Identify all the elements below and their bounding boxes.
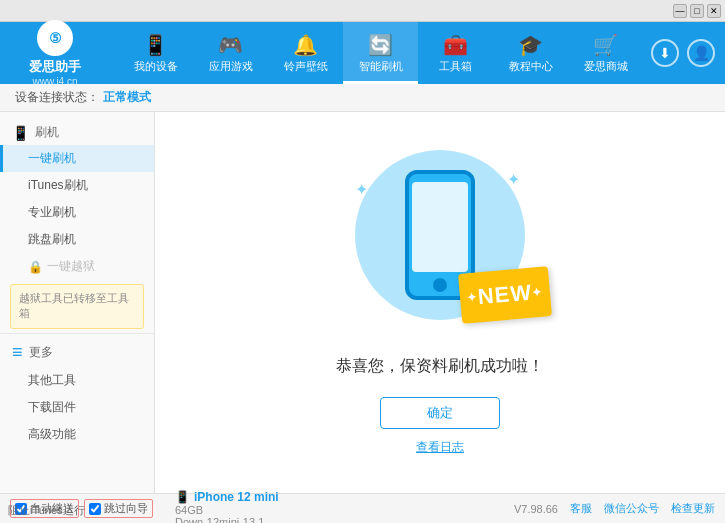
ringtones-icon: 🔔 [293, 33, 318, 57]
sparkle-icon-1: ✦ [355, 180, 368, 199]
app-url: www.i4.cn [32, 76, 77, 87]
jailbreak-label: 一键越狱 [47, 258, 95, 275]
status-value: 正常模式 [103, 89, 151, 106]
app-name: 爱思助手 [29, 58, 81, 76]
sidebar-item-advanced[interactable]: 高级功能 [0, 421, 154, 448]
confirm-button[interactable]: 确定 [380, 397, 500, 429]
more-icon: ≡ [12, 342, 23, 363]
nav-my-device-label: 我的设备 [134, 59, 178, 74]
minimize-button[interactable]: — [673, 4, 687, 18]
sidebar-section-more: ≡ 更多 其他工具 下载固件 高级功能 [0, 338, 154, 448]
version-label: V7.98.66 [514, 503, 558, 515]
pro-flash-label: 专业刷机 [28, 205, 76, 219]
logo-area: ⑤ 爱思助手 www.i4.cn [0, 20, 110, 87]
download-firmware-label: 下载固件 [28, 400, 76, 414]
sidebar-item-jailbreak: 🔒 一键越狱 [0, 253, 154, 280]
sidebar-divider [0, 333, 154, 334]
download-button[interactable]: ⬇ [651, 39, 679, 67]
customer-service-link[interactable]: 客服 [570, 501, 592, 516]
one-key-flash-label: 一键刷机 [28, 151, 76, 165]
sidebar-item-one-key-flash[interactable]: 一键刷机 [0, 145, 154, 172]
nav-toolbox-label: 工具箱 [439, 59, 472, 74]
skip-wizard-checkbox-container[interactable]: 跳过向导 [84, 499, 153, 518]
sparkle-icon-2: ✦ [507, 170, 520, 189]
phone-screen [412, 182, 468, 272]
check-update-link[interactable]: 检查更新 [671, 501, 715, 516]
my-device-icon: 📱 [143, 33, 168, 57]
sidebar-header-flash: 📱 刷机 [0, 120, 154, 145]
device-phone-icon: 📱 [175, 490, 190, 504]
nav-toolbox[interactable]: 🧰 工具箱 [418, 22, 493, 84]
nav-shop-label: 爱思商城 [584, 59, 628, 74]
device-storage: 64GB [175, 504, 514, 516]
skip-wizard-checkbox[interactable] [89, 503, 101, 515]
sidebar-more-label: 更多 [29, 344, 53, 361]
status-bar: 设备连接状态： 正常模式 [0, 84, 725, 112]
nav-ringtones-label: 铃声壁纸 [284, 59, 328, 74]
smart-flash-icon: 🔄 [368, 33, 393, 57]
other-tools-label: 其他工具 [28, 373, 76, 387]
advanced-label: 高级功能 [28, 427, 76, 441]
skip-wizard-label: 跳过向导 [104, 501, 148, 516]
nav-items: 📱 我的设备 🎮 应用游戏 🔔 铃声壁纸 🔄 智能刷机 🧰 工具箱 🎓 教程中心… [110, 22, 651, 84]
success-visual: ✦ ✦ ✦ NEW [340, 150, 540, 340]
itunes-flash-label: iTunes刷机 [28, 178, 88, 192]
nav-my-device[interactable]: 📱 我的设备 [118, 22, 193, 84]
device-info: 📱 iPhone 12 mini 64GB Down-12mini-13,1 [165, 490, 514, 524]
nav-apps-games[interactable]: 🎮 应用游戏 [193, 22, 268, 84]
nav-ringtones[interactable]: 🔔 铃声壁纸 [268, 22, 343, 84]
nav-smart-flash-label: 智能刷机 [359, 59, 403, 74]
skip-flash-label: 跳盘刷机 [28, 232, 76, 246]
jailbreak-notice: 越狱工具已转移至工具箱 [10, 284, 144, 329]
main-layout: 📱 刷机 一键刷机 iTunes刷机 专业刷机 跳盘刷机 🔒 一键越狱 越狱工具… [0, 112, 725, 493]
sidebar-header-more: ≡ 更多 [0, 338, 154, 367]
jailbreak-notice-text: 越狱工具已转移至工具箱 [19, 292, 129, 319]
logo-icon: ⑤ [37, 20, 73, 56]
bottom-bar: 自动继送 跳过向导 📱 iPhone 12 mini 64GB Down-12m… [0, 493, 725, 523]
tutorial-icon: 🎓 [518, 33, 543, 57]
nav-tutorial-label: 教程中心 [509, 59, 553, 74]
apps-games-icon: 🎮 [218, 33, 243, 57]
status-label: 设备连接状态： [15, 89, 99, 106]
header: ⑤ 爱思助手 www.i4.cn 📱 我的设备 🎮 应用游戏 🔔 铃声壁纸 🔄 … [0, 22, 725, 84]
nav-shop[interactable]: 🛒 爱思商城 [568, 22, 643, 84]
phone-home-button [433, 278, 447, 292]
maximize-button[interactable]: □ [690, 4, 704, 18]
nav-tutorial[interactable]: 🎓 教程中心 [493, 22, 568, 84]
lock-icon: 🔒 [28, 260, 43, 274]
itunes-status: 阻止iTunes运行 [8, 503, 85, 518]
sidebar-item-download-firmware[interactable]: 下载固件 [0, 394, 154, 421]
content-area: ✦ ✦ ✦ NEW 恭喜您，保资料刷机成功啦！ 确定 查看日志 [155, 112, 725, 493]
nav-apps-games-label: 应用游戏 [209, 59, 253, 74]
sidebar: 📱 刷机 一键刷机 iTunes刷机 专业刷机 跳盘刷机 🔒 一键越狱 越狱工具… [0, 112, 155, 493]
device-name: iPhone 12 mini [194, 490, 279, 504]
phone-icon: 📱 [12, 125, 29, 141]
sidebar-item-other-tools[interactable]: 其他工具 [0, 367, 154, 394]
reflash-link[interactable]: 查看日志 [416, 439, 464, 456]
new-banner: NEW [458, 266, 552, 324]
user-button[interactable]: 👤 [687, 39, 715, 67]
bottom-right: V7.98.66 客服 微信公众号 检查更新 [514, 501, 715, 516]
sidebar-item-skip-flash[interactable]: 跳盘刷机 [0, 226, 154, 253]
nav-right-buttons: ⬇ 👤 [651, 39, 725, 67]
nav-smart-flash[interactable]: 🔄 智能刷机 [343, 22, 418, 84]
device-model: Down-12mini-13,1 [175, 516, 514, 524]
toolbox-icon: 🧰 [443, 33, 468, 57]
sidebar-item-itunes-flash[interactable]: iTunes刷机 [0, 172, 154, 199]
sidebar-item-pro-flash[interactable]: 专业刷机 [0, 199, 154, 226]
shop-icon: 🛒 [593, 33, 618, 57]
wechat-link[interactable]: 微信公众号 [604, 501, 659, 516]
sidebar-flash-label: 刷机 [35, 124, 59, 141]
success-title: 恭喜您，保资料刷机成功啦！ [336, 356, 544, 377]
sidebar-section-flash: 📱 刷机 一键刷机 iTunes刷机 专业刷机 跳盘刷机 🔒 一键越狱 越狱工具… [0, 120, 154, 329]
close-button[interactable]: ✕ [707, 4, 721, 18]
